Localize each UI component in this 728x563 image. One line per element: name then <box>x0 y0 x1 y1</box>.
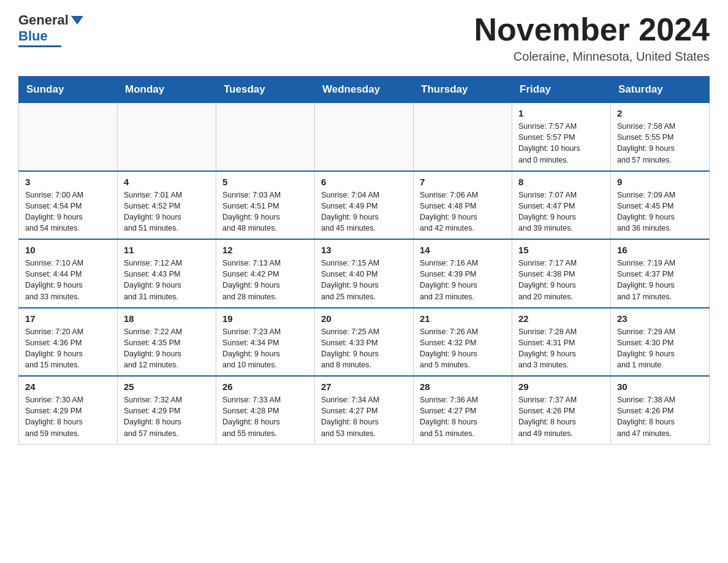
header-saturday: Saturday <box>611 77 710 102</box>
day-info: Sunrise: 7:01 AMSunset: 4:52 PMDaylight:… <box>124 190 210 234</box>
day-number: 10 <box>25 245 111 255</box>
table-row <box>414 102 512 171</box>
day-number: 5 <box>222 177 308 187</box>
table-row: 12Sunrise: 7:13 AMSunset: 4:42 PMDayligh… <box>216 239 315 308</box>
day-info: Sunrise: 7:30 AMSunset: 4:29 PMDaylight:… <box>25 394 111 439</box>
table-row: 14Sunrise: 7:16 AMSunset: 4:39 PMDayligh… <box>414 239 512 308</box>
day-number: 14 <box>420 245 506 255</box>
table-row: 21Sunrise: 7:26 AMSunset: 4:32 PMDayligh… <box>414 308 512 377</box>
table-row: 30Sunrise: 7:38 AMSunset: 4:26 PMDayligh… <box>611 376 710 444</box>
day-info: Sunrise: 7:23 AMSunset: 4:34 PMDaylight:… <box>222 326 308 371</box>
table-row: 8Sunrise: 7:07 AMSunset: 4:47 PMDaylight… <box>512 171 611 240</box>
table-row: 3Sunrise: 7:00 AMSunset: 4:54 PMDaylight… <box>19 171 118 240</box>
day-info: Sunrise: 7:33 AMSunset: 4:28 PMDaylight:… <box>222 394 308 439</box>
day-info: Sunrise: 7:00 AMSunset: 4:54 PMDaylight:… <box>25 190 111 234</box>
day-info: Sunrise: 7:07 AMSunset: 4:47 PMDaylight:… <box>518 190 604 234</box>
day-info: Sunrise: 7:09 AMSunset: 4:45 PMDaylight:… <box>617 190 703 234</box>
logo-general-text: General <box>18 12 69 28</box>
day-info: Sunrise: 7:57 AMSunset: 5:57 PMDaylight:… <box>518 121 604 166</box>
day-info: Sunrise: 7:32 AMSunset: 4:29 PMDaylight:… <box>124 394 210 439</box>
header-wednesday: Wednesday <box>315 77 414 102</box>
logo-triangle-icon <box>71 16 83 25</box>
day-info: Sunrise: 7:13 AMSunset: 4:42 PMDaylight:… <box>222 258 308 302</box>
calendar-table: Sunday Monday Tuesday Wednesday Thursday… <box>18 76 710 445</box>
table-row: 1Sunrise: 7:57 AMSunset: 5:57 PMDaylight… <box>512 102 611 171</box>
logo-blue-text: Blue <box>18 28 48 44</box>
calendar-week-3: 10Sunrise: 7:10 AMSunset: 4:44 PMDayligh… <box>19 239 710 308</box>
logo-underline <box>18 45 61 47</box>
table-row: 25Sunrise: 7:32 AMSunset: 4:29 PMDayligh… <box>118 376 216 444</box>
table-row: 2Sunrise: 7:58 AMSunset: 5:55 PMDaylight… <box>611 102 710 171</box>
day-number: 21 <box>420 313 506 324</box>
calendar-week-4: 17Sunrise: 7:20 AMSunset: 4:36 PMDayligh… <box>19 308 710 377</box>
day-number: 24 <box>25 381 111 392</box>
logo: General Blue <box>18 12 83 47</box>
day-number: 12 <box>222 245 308 255</box>
day-number: 30 <box>617 381 703 392</box>
day-number: 13 <box>321 245 407 255</box>
day-number: 25 <box>124 381 210 392</box>
day-info: Sunrise: 7:19 AMSunset: 4:37 PMDaylight:… <box>617 258 703 302</box>
table-row: 27Sunrise: 7:34 AMSunset: 4:27 PMDayligh… <box>315 376 414 444</box>
location-subtitle: Coleraine, Minnesota, United States <box>474 50 710 64</box>
calendar-week-5: 24Sunrise: 7:30 AMSunset: 4:29 PMDayligh… <box>19 376 710 444</box>
day-info: Sunrise: 7:38 AMSunset: 4:26 PMDaylight:… <box>617 394 703 439</box>
table-row: 28Sunrise: 7:36 AMSunset: 4:27 PMDayligh… <box>414 376 512 444</box>
day-number: 19 <box>222 313 308 324</box>
day-info: Sunrise: 7:28 AMSunset: 4:31 PMDaylight:… <box>518 326 604 371</box>
table-row: 10Sunrise: 7:10 AMSunset: 4:44 PMDayligh… <box>19 239 118 308</box>
day-info: Sunrise: 7:04 AMSunset: 4:49 PMDaylight:… <box>321 190 407 234</box>
day-info: Sunrise: 7:34 AMSunset: 4:27 PMDaylight:… <box>321 394 407 439</box>
day-number: 27 <box>321 381 407 392</box>
day-info: Sunrise: 7:12 AMSunset: 4:43 PMDaylight:… <box>124 258 210 302</box>
day-info: Sunrise: 7:22 AMSunset: 4:35 PMDaylight:… <box>124 326 210 371</box>
table-row: 4Sunrise: 7:01 AMSunset: 4:52 PMDaylight… <box>118 171 216 240</box>
calendar-week-2: 3Sunrise: 7:00 AMSunset: 4:54 PMDaylight… <box>19 171 710 240</box>
day-number: 18 <box>124 313 210 324</box>
table-row: 13Sunrise: 7:15 AMSunset: 4:40 PMDayligh… <box>315 239 414 308</box>
day-number: 20 <box>321 313 407 324</box>
day-number: 17 <box>25 313 111 324</box>
table-row: 7Sunrise: 7:06 AMSunset: 4:48 PMDaylight… <box>414 171 512 240</box>
header-sunday: Sunday <box>19 77 118 102</box>
table-row: 20Sunrise: 7:25 AMSunset: 4:33 PMDayligh… <box>315 308 414 377</box>
day-number: 4 <box>124 177 210 187</box>
day-number: 7 <box>420 177 506 187</box>
day-info: Sunrise: 7:58 AMSunset: 5:55 PMDaylight:… <box>617 121 703 166</box>
logo-text: General <box>18 12 83 28</box>
table-row: 15Sunrise: 7:17 AMSunset: 4:38 PMDayligh… <box>512 239 611 308</box>
title-block: November 2024 Coleraine, Minnesota, Unit… <box>474 12 710 64</box>
table-row: 17Sunrise: 7:20 AMSunset: 4:36 PMDayligh… <box>19 308 118 377</box>
day-info: Sunrise: 7:25 AMSunset: 4:33 PMDaylight:… <box>321 326 407 371</box>
day-info: Sunrise: 7:26 AMSunset: 4:32 PMDaylight:… <box>420 326 506 371</box>
table-row: 6Sunrise: 7:04 AMSunset: 4:49 PMDaylight… <box>315 171 414 240</box>
day-info: Sunrise: 7:15 AMSunset: 4:40 PMDaylight:… <box>321 258 407 302</box>
day-info: Sunrise: 7:10 AMSunset: 4:44 PMDaylight:… <box>25 258 111 302</box>
day-number: 23 <box>617 313 703 324</box>
day-number: 28 <box>420 381 506 392</box>
day-number: 3 <box>25 177 111 187</box>
day-info: Sunrise: 7:29 AMSunset: 4:30 PMDaylight:… <box>617 326 703 371</box>
day-number: 26 <box>222 381 308 392</box>
day-info: Sunrise: 7:03 AMSunset: 4:51 PMDaylight:… <box>222 190 308 234</box>
table-row: 24Sunrise: 7:30 AMSunset: 4:29 PMDayligh… <box>19 376 118 444</box>
month-title: November 2024 <box>474 12 710 47</box>
page-header: General Blue November 2024 Coleraine, Mi… <box>18 12 710 64</box>
header-thursday: Thursday <box>414 77 512 102</box>
table-row: 16Sunrise: 7:19 AMSunset: 4:37 PMDayligh… <box>611 239 710 308</box>
header-tuesday: Tuesday <box>216 77 315 102</box>
table-row: 11Sunrise: 7:12 AMSunset: 4:43 PMDayligh… <box>118 239 216 308</box>
table-row: 19Sunrise: 7:23 AMSunset: 4:34 PMDayligh… <box>216 308 315 377</box>
table-row <box>118 102 216 171</box>
day-number: 2 <box>617 108 703 118</box>
day-info: Sunrise: 7:36 AMSunset: 4:27 PMDaylight:… <box>420 394 506 439</box>
day-number: 15 <box>518 245 604 255</box>
table-row: 5Sunrise: 7:03 AMSunset: 4:51 PMDaylight… <box>216 171 315 240</box>
day-number: 16 <box>617 245 703 255</box>
header-friday: Friday <box>512 77 611 102</box>
table-row: 29Sunrise: 7:37 AMSunset: 4:26 PMDayligh… <box>512 376 611 444</box>
day-info: Sunrise: 7:17 AMSunset: 4:38 PMDaylight:… <box>518 258 604 302</box>
table-row: 23Sunrise: 7:29 AMSunset: 4:30 PMDayligh… <box>611 308 710 377</box>
day-number: 6 <box>321 177 407 187</box>
day-info: Sunrise: 7:06 AMSunset: 4:48 PMDaylight:… <box>420 190 506 234</box>
